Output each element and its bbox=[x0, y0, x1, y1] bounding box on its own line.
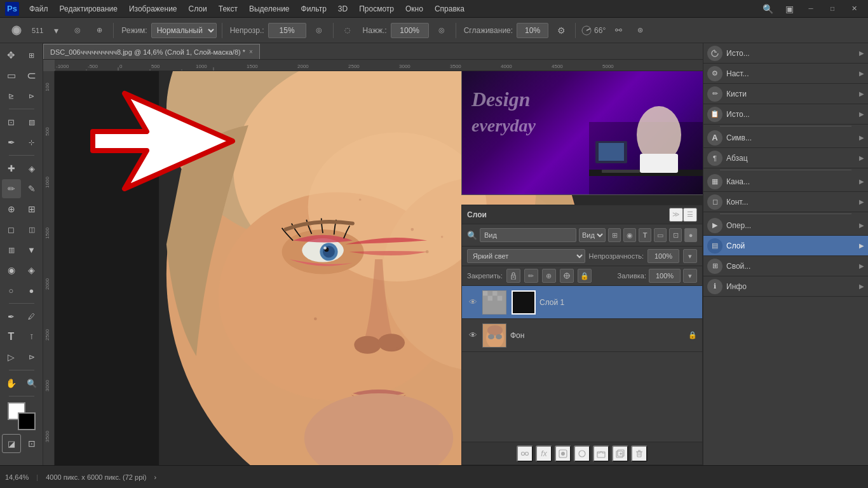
opacity-input[interactable] bbox=[268, 23, 306, 38]
layers-filter-select[interactable]: Вид bbox=[579, 228, 606, 242]
minimize-icon[interactable]: ─ bbox=[802, 0, 820, 18]
screen-mode-btn[interactable]: ⊡ bbox=[22, 434, 41, 453]
layer-text-btn[interactable]: T bbox=[639, 228, 651, 242]
pencil-tool[interactable]: ✎ bbox=[22, 179, 41, 198]
smooth-options-btn[interactable]: ⚙ bbox=[552, 22, 570, 39]
panel-info[interactable]: ℹ Инфо ▶ bbox=[703, 276, 868, 297]
menu-select[interactable]: Выделение bbox=[244, 3, 295, 15]
menu-view[interactable]: Просмотр bbox=[354, 3, 399, 15]
pressure-opacity-btn[interactable]: ◎ bbox=[69, 22, 86, 39]
object-select-tool[interactable]: ⊳ bbox=[22, 86, 41, 105]
color-swatches[interactable] bbox=[8, 402, 36, 430]
layer-row-0[interactable]: 👁 bbox=[462, 286, 702, 319]
quick-select-tool[interactable]: ⊵ bbox=[2, 86, 21, 105]
pen-tool[interactable]: ✒ bbox=[2, 307, 21, 326]
menu-help[interactable]: Справка bbox=[430, 3, 470, 15]
lock-all-btn[interactable]: 🔒 bbox=[578, 269, 592, 283]
panel-history[interactable]: Исто... ▶ bbox=[703, 43, 868, 64]
quick-mask-btn[interactable]: ◪ bbox=[2, 434, 21, 453]
panel-channels[interactable]: ▦ Кана... ▶ bbox=[703, 172, 868, 192]
panel-properties[interactable]: ⊞ Свой... ▶ bbox=[703, 256, 868, 276]
patch-tool[interactable]: ◈ bbox=[22, 159, 41, 178]
brush-tool[interactable]: ✏ bbox=[2, 179, 21, 198]
fill-arrow-btn[interactable]: ▾ bbox=[683, 269, 697, 283]
layer-correction-btn[interactable]: ◉ bbox=[623, 228, 636, 242]
panel-layer[interactable]: ▤ Слой ▶ bbox=[703, 236, 868, 256]
blur-tool[interactable]: ◉ bbox=[2, 261, 21, 280]
new-layer-btn[interactable] bbox=[612, 445, 628, 462]
background-color[interactable] bbox=[18, 412, 36, 430]
panel-character[interactable]: A Симв... ▶ bbox=[703, 128, 868, 148]
fill-input[interactable]: 100% bbox=[649, 269, 681, 283]
bg-eraser-tool[interactable]: ◫ bbox=[22, 220, 41, 239]
close-icon[interactable]: ✕ bbox=[845, 0, 863, 18]
layers-menu-btn[interactable]: ☰ bbox=[683, 208, 697, 222]
status-arrow-btn[interactable]: › bbox=[154, 473, 156, 481]
lock-artboard-btn[interactable]: ⊕ bbox=[542, 269, 556, 283]
pattern-tool[interactable]: ⊞ bbox=[22, 200, 41, 219]
blend-mode-select-layers[interactable]: Яркий свет bbox=[467, 249, 585, 263]
search-icon[interactable]: 🔍 bbox=[759, 0, 776, 18]
layers-expand-btn[interactable]: ≫ bbox=[669, 208, 683, 222]
layers-search-input[interactable] bbox=[480, 228, 576, 242]
menu-window[interactable]: Окно bbox=[400, 3, 428, 15]
layer-shape-btn[interactable]: ▭ bbox=[654, 228, 667, 242]
brush-preset-btn[interactable] bbox=[5, 22, 28, 39]
panel-contours[interactable]: ◻ Конт... ▶ bbox=[703, 192, 868, 212]
opacity-arrow-btn[interactable]: ▾ bbox=[683, 249, 697, 263]
pressure-size-btn[interactable]: ⊛ bbox=[631, 22, 649, 39]
layer-filter-toggle[interactable]: ● bbox=[684, 228, 697, 242]
menu-filter[interactable]: Фильтр bbox=[296, 3, 332, 15]
workspace-icon[interactable]: ▣ bbox=[780, 0, 798, 18]
blend-mode-select[interactable]: Нормальный bbox=[151, 23, 217, 38]
menu-text[interactable]: Текст bbox=[214, 3, 243, 15]
layer-smart-btn[interactable]: ⊡ bbox=[669, 228, 682, 242]
eyedropper-tool[interactable]: ✒ bbox=[2, 133, 21, 152]
eraser-tool[interactable]: ◻ bbox=[2, 220, 21, 239]
link-layers-btn[interactable] bbox=[517, 445, 533, 462]
adjustment-layer-btn[interactable] bbox=[574, 445, 590, 462]
direct-select-tool[interactable]: ⊳ bbox=[22, 348, 41, 367]
menu-image[interactable]: Изображение bbox=[124, 3, 182, 15]
new-group-btn[interactable] bbox=[593, 445, 609, 462]
opacity-input-layers[interactable]: 100% bbox=[648, 249, 679, 263]
dodge-tool[interactable]: ○ bbox=[2, 281, 21, 300]
brush-options-btn[interactable]: ▾ bbox=[47, 22, 65, 39]
artboard-tool[interactable]: ⊞ bbox=[22, 46, 41, 65]
smooth-input[interactable] bbox=[517, 23, 548, 38]
flow-input[interactable] bbox=[391, 23, 429, 38]
layer-row-1[interactable]: 👁 Фон 🔒 bbox=[462, 319, 702, 352]
opacity-pressure-btn[interactable]: ◎ bbox=[310, 22, 328, 39]
paint-bucket-tool[interactable]: ▼ bbox=[22, 240, 41, 259]
lasso-tool[interactable]: ⊂ bbox=[22, 66, 41, 85]
fx-btn[interactable]: fx bbox=[536, 445, 552, 462]
panel-brushes[interactable]: ✏ Кисти ▶ bbox=[703, 84, 868, 104]
lock-transparent-btn[interactable] bbox=[506, 269, 520, 283]
menu-file[interactable]: Файл bbox=[24, 3, 53, 15]
panel-history2[interactable]: 📋 Исто... ▶ bbox=[703, 104, 868, 125]
rect-select-tool[interactable]: ▭ bbox=[2, 66, 21, 85]
menu-3d[interactable]: 3D bbox=[333, 3, 353, 15]
crop-tool[interactable]: ⊡ bbox=[2, 112, 21, 132]
hand-tool[interactable]: ✋ bbox=[2, 374, 21, 393]
layer-type-btn[interactable]: ⊞ bbox=[608, 228, 621, 242]
layer-visibility-1[interactable]: 👁 bbox=[467, 330, 478, 341]
panel-settings[interactable]: ⚙ Наст... ▶ bbox=[703, 64, 868, 84]
layer-visibility-0[interactable]: 👁 bbox=[467, 297, 478, 308]
type-tool[interactable]: T bbox=[2, 327, 21, 346]
freeform-pen-tool[interactable]: 🖊 bbox=[22, 307, 41, 326]
vertical-type-tool[interactable]: ⊺ bbox=[22, 327, 41, 346]
clone-tool[interactable]: ⊕ bbox=[2, 200, 21, 219]
tab-close-btn[interactable]: × bbox=[249, 48, 253, 55]
flow-pressure-btn[interactable]: ◎ bbox=[433, 22, 451, 39]
brush-mode-btn[interactable]: ⊕ bbox=[90, 22, 108, 39]
lock-position-btn[interactable] bbox=[560, 269, 574, 283]
sharpen-tool[interactable]: ◈ bbox=[22, 261, 41, 280]
ruler-tool[interactable]: ⊹ bbox=[22, 133, 41, 152]
panel-operations[interactable]: ▶ Опер... ▶ bbox=[703, 215, 868, 236]
maximize-icon[interactable]: □ bbox=[824, 0, 841, 18]
perspective-crop-tool[interactable]: ▧ bbox=[22, 112, 41, 132]
path-select-tool[interactable]: ▷ bbox=[2, 348, 21, 367]
burn-tool[interactable]: ● bbox=[22, 281, 41, 300]
healing-tool[interactable]: ✚ bbox=[2, 159, 21, 178]
